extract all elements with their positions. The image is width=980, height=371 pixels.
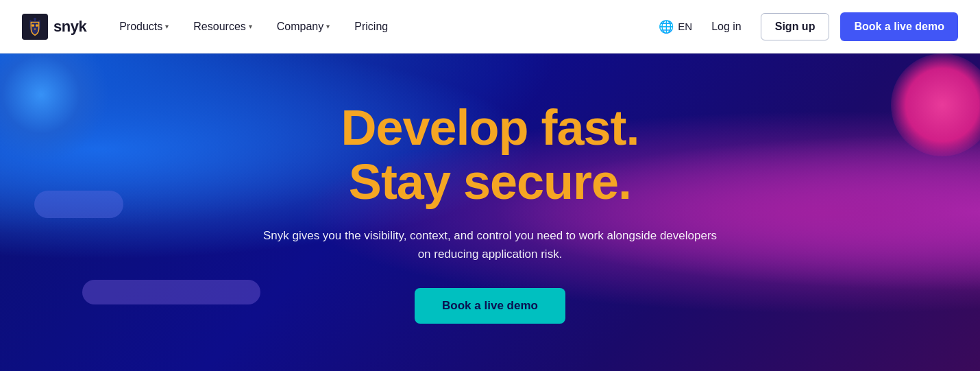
svg-point-3 [32,24,34,27]
signup-button[interactable]: Sign up [761,13,830,40]
chevron-down-icon: ▾ [326,23,330,30]
nav-item-company[interactable]: Company ▾ [266,15,341,38]
nav-item-products[interactable]: Products ▾ [108,15,180,38]
nav-label-pricing: Pricing [354,21,388,33]
snyk-logo-icon [22,14,48,40]
language-label: EN [678,21,692,32]
hero-section: Develop fast. Stay secure. Snyk gives yo… [0,53,980,371]
nav-links: Products ▾ Resources ▾ Company ▾ Pricing [108,15,659,38]
globe-icon: 🌐 [659,19,674,34]
hero-headline-line2: Stay secure. [349,154,631,209]
nav-label-products: Products [119,21,162,33]
hero-headline: Develop fast. Stay secure. [341,101,639,209]
hero-content: Develop fast. Stay secure. Snyk gives yo… [0,53,980,371]
svg-point-4 [36,24,38,27]
hero-headline-line1: Develop fast. [341,100,639,155]
chevron-down-icon: ▾ [165,23,169,30]
navbar: snyk Products ▾ Resources ▾ Company ▾ Pr… [0,0,980,53]
nav-label-company: Company [277,21,323,33]
language-selector[interactable]: 🌐 EN [659,19,692,34]
book-demo-button-nav[interactable]: Book a live demo [840,12,958,41]
nav-right: 🌐 EN Log in Sign up Book a live demo [659,12,958,41]
chevron-down-icon: ▾ [249,23,252,30]
logo-link[interactable]: snyk [22,14,86,40]
nav-item-pricing[interactable]: Pricing [343,15,399,38]
nav-item-resources[interactable]: Resources ▾ [182,15,262,38]
hero-cta-button[interactable]: Book a live demo [415,288,565,324]
login-button[interactable]: Log in [703,15,750,38]
nav-label-resources: Resources [193,21,245,33]
logo-text: snyk [53,18,86,36]
hero-subtext: Snyk gives you the visibility, context, … [257,226,723,263]
